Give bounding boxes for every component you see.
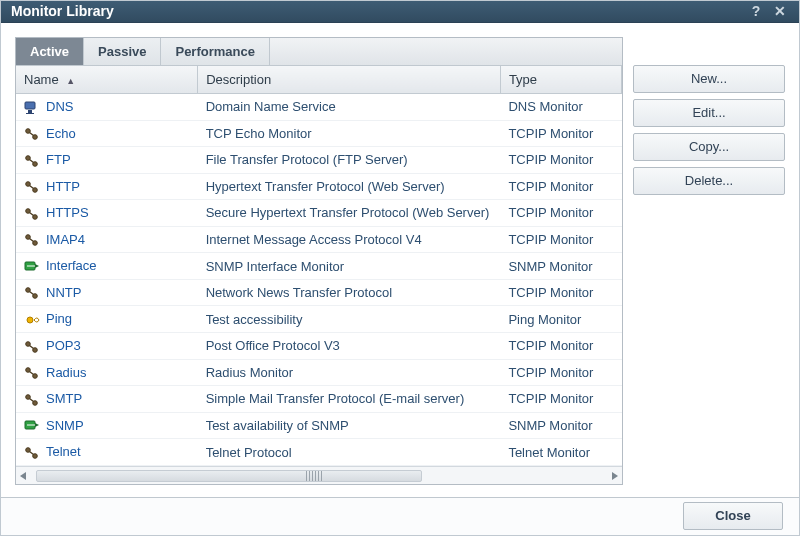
cell-type: TCPIP Monitor	[500, 386, 621, 413]
delete-button[interactable]: Delete...	[633, 167, 785, 195]
cell-type: Telnet Monitor	[500, 439, 621, 466]
cell-type: TCPIP Monitor	[500, 333, 621, 360]
table-row[interactable]: InterfaceSNMP Interface MonitorSNMP Moni…	[16, 253, 622, 280]
row-name-label: Echo	[46, 126, 76, 141]
svg-point-16	[27, 317, 33, 323]
row-name-label: SNMP	[46, 418, 84, 433]
col-header-type[interactable]: Type	[500, 66, 621, 94]
tcpip-icon	[24, 207, 40, 221]
cell-name: SMTP	[16, 386, 198, 413]
action-button-column: New... Edit... Copy... Delete...	[633, 37, 785, 485]
tcpip-icon	[24, 233, 40, 247]
cell-type: TCPIP Monitor	[500, 173, 621, 200]
table-row[interactable]: HTTPHypertext Transfer Protocol (Web Ser…	[16, 173, 622, 200]
cell-description: Post Office Protocol V3	[198, 333, 501, 360]
tcpip-icon	[24, 154, 40, 168]
table-row[interactable]: POP3Post Office Protocol V3TCPIP Monitor	[16, 333, 622, 360]
tcpip-icon	[24, 340, 40, 354]
cell-description: Test accessibility	[198, 306, 501, 333]
tcpip-icon	[24, 393, 40, 407]
cell-name: HTTP	[16, 173, 198, 200]
svg-rect-0	[25, 102, 35, 109]
tab-performance[interactable]: Performance	[161, 38, 269, 65]
row-name-label: Interface	[46, 258, 97, 273]
monitor-table: Name ▲ Description Type DNSDomain Name S…	[16, 66, 622, 466]
cell-description: Internet Message Access Protocol V4	[198, 226, 501, 253]
cell-type: TCPIP Monitor	[500, 120, 621, 147]
table-row[interactable]: HTTPSSecure Hypertext Transfer Protocol …	[16, 200, 622, 227]
edit-button[interactable]: Edit...	[633, 99, 785, 127]
svg-rect-2	[26, 113, 34, 114]
copy-button[interactable]: Copy...	[633, 133, 785, 161]
new-button[interactable]: New...	[633, 65, 785, 93]
cell-description: SNMP Interface Monitor	[198, 253, 501, 280]
client-area: Active Passive Performance Name ▲ Descri…	[1, 23, 799, 485]
cell-description: Network News Transfer Protocol	[198, 279, 501, 306]
ping-icon	[24, 313, 40, 327]
cell-description: Test availability of SNMP	[198, 412, 501, 439]
cell-name: DNS	[16, 93, 198, 120]
table-row[interactable]: TelnetTelnet ProtocolTelnet Monitor	[16, 439, 622, 466]
cell-type: DNS Monitor	[500, 93, 621, 120]
cell-description: Radius Monitor	[198, 359, 501, 386]
row-name-label: NNTP	[46, 285, 81, 300]
cell-type: TCPIP Monitor	[500, 147, 621, 174]
cell-type: TCPIP Monitor	[500, 359, 621, 386]
horizontal-scrollbar-thumb[interactable]	[36, 470, 422, 482]
close-button[interactable]: Close	[683, 502, 783, 530]
horizontal-scrollbar[interactable]	[16, 466, 622, 484]
cell-name: SNMP	[16, 412, 198, 439]
tab-passive[interactable]: Passive	[84, 38, 161, 65]
tcpip-icon	[24, 286, 40, 300]
tcpip-icon	[24, 180, 40, 194]
table-row[interactable]: IMAP4Internet Message Access Protocol V4…	[16, 226, 622, 253]
tcpip-icon	[24, 127, 40, 141]
table-scroll-area[interactable]: Name ▲ Description Type DNSDomain Name S…	[16, 66, 622, 466]
col-header-name[interactable]: Name ▲	[16, 66, 198, 94]
close-icon[interactable]: ✕	[771, 2, 789, 20]
cell-name: Telnet	[16, 439, 198, 466]
cell-name: Echo	[16, 120, 198, 147]
cell-description: TCP Echo Monitor	[198, 120, 501, 147]
cell-description: File Transfer Protocol (FTP Server)	[198, 147, 501, 174]
cell-description: Secure Hypertext Transfer Protocol (Web …	[198, 200, 501, 227]
tcpip-icon	[24, 366, 40, 380]
col-header-name-label: Name	[24, 72, 59, 87]
row-name-label: FTP	[46, 152, 71, 167]
cell-description: Telnet Protocol	[198, 439, 501, 466]
titlebar: Monitor Library ? ✕	[1, 1, 799, 23]
interface-icon	[24, 260, 40, 274]
row-name-label: IMAP4	[46, 232, 85, 247]
cell-type: Ping Monitor	[500, 306, 621, 333]
cell-name: HTTPS	[16, 200, 198, 227]
table-row[interactable]: RadiusRadius MonitorTCPIP Monitor	[16, 359, 622, 386]
cell-type: TCPIP Monitor	[500, 200, 621, 227]
table-row[interactable]: EchoTCP Echo MonitorTCPIP Monitor	[16, 120, 622, 147]
row-name-label: Ping	[46, 311, 72, 326]
col-header-description[interactable]: Description	[198, 66, 501, 94]
cell-name: Ping	[16, 306, 198, 333]
horizontal-scrollbar-grip-icon	[306, 471, 324, 481]
table-row[interactable]: PingTest accessibilityPing Monitor	[16, 306, 622, 333]
tcpip-icon	[24, 446, 40, 460]
svg-rect-1	[28, 110, 32, 113]
tab-active[interactable]: Active	[16, 38, 84, 65]
row-name-label: POP3	[46, 338, 81, 353]
row-name-label: SMTP	[46, 391, 82, 406]
help-icon[interactable]: ?	[747, 2, 765, 20]
row-name-label: HTTP	[46, 179, 80, 194]
cell-description: Domain Name Service	[198, 93, 501, 120]
cell-description: Simple Mail Transfer Protocol (E-mail se…	[198, 386, 501, 413]
table-row[interactable]: SNMPTest availability of SNMPSNMP Monito…	[16, 412, 622, 439]
monitor-library-window: Monitor Library ? ✕ Active Passive Perfo…	[0, 0, 800, 536]
cell-name: NNTP	[16, 279, 198, 306]
row-name-label: DNS	[46, 99, 73, 114]
table-row[interactable]: DNSDomain Name ServiceDNS Monitor	[16, 93, 622, 120]
cell-type: TCPIP Monitor	[500, 279, 621, 306]
table-row[interactable]: FTPFile Transfer Protocol (FTP Server)TC…	[16, 147, 622, 174]
cell-type: SNMP Monitor	[500, 253, 621, 280]
table-row[interactable]: NNTPNetwork News Transfer ProtocolTCPIP …	[16, 279, 622, 306]
cell-name: POP3	[16, 333, 198, 360]
interface-icon	[24, 419, 40, 433]
table-row[interactable]: SMTPSimple Mail Transfer Protocol (E-mai…	[16, 386, 622, 413]
